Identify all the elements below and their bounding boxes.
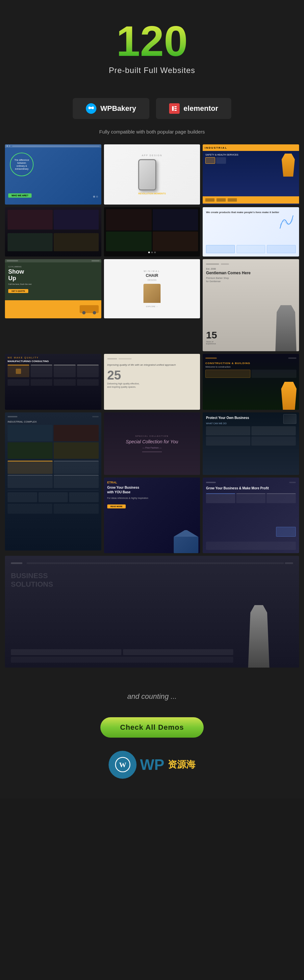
counting-text: and counting ...: [6, 692, 298, 701]
demo-products[interactable]: We create products that make people's li…: [203, 207, 299, 256]
demo-industrial-tall-preview: INDUSTRIAL COMPLEX: [5, 412, 101, 550]
builders-section: WPBakery elementor: [0, 88, 304, 126]
svg-text:W: W: [119, 760, 126, 769]
counting-section: and counting ...: [0, 673, 304, 711]
demo-construction-building[interactable]: CONSTRUCTION & BUILDING Welcome to const…: [203, 354, 299, 410]
demo-business-solutions[interactable]: BUSINESSSOLUTIONS: [5, 556, 299, 668]
watermark-area: W WP 资源海: [0, 751, 304, 799]
demo-phone[interactable]: APP DESIGN REVOLUTION MOMENTS: [104, 144, 201, 205]
demo-industrial-preview: INDUSTRIAL SAFETY & HEALTH SERVICES: [203, 144, 299, 205]
demo-gentleman[interactable]: Est. 2008 Gentleman Comes Here Premium B…: [203, 259, 299, 351]
elementor-badge[interactable]: elementor: [156, 98, 231, 119]
demo-gentleman-preview: Est. 2008 Gentleman Comes Here Premium B…: [203, 259, 299, 351]
demo-chair-preview: MINIMAL CHAIR DESIGN EXPLORE →: [104, 259, 201, 318]
wpbakery-badge[interactable]: WPBakery: [73, 98, 150, 119]
demo-quality[interactable]: Improving quality of life with an integr…: [104, 354, 201, 410]
page-wrapper: 120 Pre-built Full Websites WPBakery ele: [0, 0, 304, 799]
hero-section: 120 Pre-built Full Websites: [0, 0, 304, 88]
demo-plumbing-preview: C2 PLUMBING ShowUp Call the best, flush …: [5, 259, 101, 318]
demo-grow-profit[interactable]: Grow Your Business & Make More Profit: [203, 477, 299, 553]
demo-fashion-preview: [104, 207, 201, 256]
demo-industrial-tall[interactable]: INDUSTRIAL COMPLEX: [5, 412, 101, 553]
demo-row-5: INDUSTRIAL COMPLEX: [0, 412, 304, 553]
cta-section: Check All Demos: [0, 711, 304, 751]
wpbakery-icon: [86, 103, 96, 114]
demo-manufacturing-preview: WE MAKE QUALITY MANUFACTURING CONSULTING: [5, 354, 101, 410]
svg-rect-0: [172, 106, 174, 111]
demo-grow-profit-preview: Grow Your Business & Make More Profit: [203, 477, 299, 553]
demo-row-2: We create products that make people's li…: [0, 207, 304, 256]
demo-chair[interactable]: MINIMAL CHAIR DESIGN EXPLORE →: [104, 259, 201, 351]
demo-business-solutions-preview: BUSINESSSOLUTIONS: [5, 556, 299, 668]
demo-teamwork[interactable]: The difference between ordinary & extrao…: [5, 144, 101, 205]
demo-fashion[interactable]: [104, 207, 201, 256]
demo-protect-preview: Protect Your Own Business WHAT CAN WE DO: [203, 412, 299, 475]
wp-logo-circle: W: [108, 751, 137, 779]
demo-construction-building-preview: CONSTRUCTION & BUILDING Welcome to const…: [203, 354, 299, 410]
demo-row-3: C2 PLUMBING ShowUp Call the best, flush …: [0, 259, 304, 351]
demo-quality-preview: Improving quality of life with an integr…: [104, 354, 201, 410]
demo-industrial[interactable]: INDUSTRIAL SAFETY & HEALTH SERVICES: [203, 144, 299, 205]
demo-dark-people[interactable]: [5, 207, 101, 256]
demo-grow-business[interactable]: ETRAL Grow Your Businesswith YOU Base Fo…: [104, 477, 201, 553]
svg-rect-3: [174, 110, 177, 111]
demo-grow-business-preview: ETRAL Grow Your Businesswith YOU Base Fo…: [104, 477, 201, 553]
demo-row-6: BUSINESSSOLUTIONS: [0, 556, 304, 668]
resource-brand-text: 资源海: [168, 758, 196, 771]
demo-row-1: The difference between ordinary & extrao…: [0, 144, 304, 205]
elementor-icon: [169, 103, 180, 114]
demo-row-4: WE MAKE QUALITY MANUFACTURING CONSULTING: [0, 354, 304, 410]
elementor-label: elementor: [184, 104, 218, 113]
hero-number: 120: [6, 20, 298, 62]
demo-teamwork-preview: The difference between ordinary & extrao…: [5, 144, 101, 205]
phone-shape: [138, 159, 156, 191]
demo-manufacturing[interactable]: WE MAKE QUALITY MANUFACTURING CONSULTING: [5, 354, 101, 410]
hero-subtitle: Pre-built Full Websites: [6, 66, 298, 75]
demo-protect[interactable]: Protect Your Own Business WHAT CAN WE DO: [203, 412, 299, 475]
svg-rect-1: [174, 106, 177, 107]
wpbakery-label: WPBakery: [100, 104, 136, 113]
demo-dark-people-preview: [5, 207, 101, 256]
wp-brand-text: WP: [140, 756, 164, 773]
svg-rect-2: [174, 108, 177, 109]
check-all-demos-button[interactable]: Check All Demos: [100, 717, 204, 738]
demo-phone-preview: APP DESIGN REVOLUTION MOMENTS: [104, 144, 201, 205]
demo-woman[interactable]: SPECIAL COLLECTION Special Collection fo…: [104, 412, 201, 475]
compat-text: Fully compatible with both popular page …: [0, 126, 304, 144]
demo-plumbing[interactable]: C2 PLUMBING ShowUp Call the best, flush …: [5, 259, 101, 351]
demo-products-preview: We create products that make people's li…: [203, 207, 299, 256]
demo-woman-preview: SPECIAL COLLECTION Special Collection fo…: [104, 412, 201, 475]
